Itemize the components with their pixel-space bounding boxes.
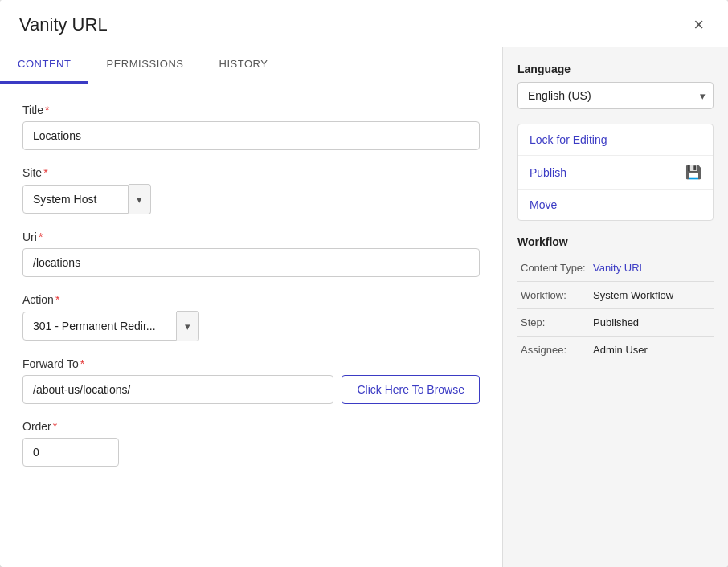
action-select-arrow[interactable]: ▾	[177, 311, 199, 341]
action-select-value: 301 - Permanent Redir...	[22, 312, 177, 341]
assignee-value: Admin User	[590, 337, 714, 364]
step-label: Step:	[517, 309, 590, 337]
forward-to-row: Click Here To Browse	[22, 375, 480, 404]
tab-permissions[interactable]: PERMISSIONS	[88, 47, 201, 84]
language-select-wrapper: English (US) ▾	[517, 82, 714, 109]
publish-button[interactable]: Publish 💾	[518, 156, 713, 190]
site-select-arrow[interactable]: ▾	[129, 184, 151, 214]
action-label: Action*	[22, 293, 480, 306]
move-button[interactable]: Move	[518, 190, 713, 220]
language-select[interactable]: English (US)	[517, 82, 714, 109]
browse-button[interactable]: Click Here To Browse	[342, 375, 480, 404]
modal: Vanity URL × CONTENT PERMISSIONS HISTORY…	[0, 0, 728, 567]
forward-to-group: Forward To* Click Here To Browse	[22, 357, 480, 404]
site-select-wrapper: System Host ▾	[22, 184, 151, 214]
title-label: Title*	[22, 104, 480, 116]
uri-group: Uri*	[22, 230, 480, 277]
action-group: Action* 301 - Permanent Redir... ▾	[22, 293, 480, 341]
title-group: Title*	[22, 104, 480, 150]
step-value: Published	[590, 309, 714, 337]
order-input[interactable]	[22, 438, 119, 467]
site-select-value: System Host	[22, 185, 129, 214]
assignee-label: Assignee:	[517, 337, 590, 364]
modal-header: Vanity URL ×	[0, 0, 728, 47]
workflow-workflow-row: Workflow: System Workflow	[517, 282, 714, 309]
action-select-wrapper: 301 - Permanent Redir... ▾	[22, 311, 199, 341]
order-label: Order*	[22, 420, 480, 433]
language-section-title: Language	[517, 63, 714, 75]
content-type-value: Vanity URL	[590, 255, 714, 282]
order-group: Order*	[22, 420, 480, 467]
modal-body: CONTENT PERMISSIONS HISTORY Title* Site*	[0, 47, 728, 567]
disk-icon: 💾	[685, 165, 701, 180]
site-group: Site* System Host ▾	[22, 166, 480, 214]
title-input[interactable]	[22, 121, 480, 150]
workflow-label: Workflow:	[517, 282, 590, 309]
right-panel: Language English (US) ▾ Lock for Editing…	[503, 47, 728, 567]
workflow-value: System Workflow	[590, 282, 714, 309]
forward-to-label: Forward To*	[22, 357, 480, 370]
uri-input[interactable]	[22, 248, 480, 277]
close-button[interactable]: ×	[689, 13, 709, 37]
workflow-step-row: Step: Published	[517, 309, 714, 337]
lock-for-editing-button[interactable]: Lock for Editing	[518, 124, 713, 156]
actions-box: Lock for Editing Publish 💾 Move	[517, 124, 714, 221]
tab-content[interactable]: CONTENT	[0, 47, 88, 84]
workflow-content-type-row: Content Type: Vanity URL	[517, 255, 714, 282]
modal-title: Vanity URL	[19, 14, 108, 35]
form-area: Title* Site* System Host ▾	[0, 84, 502, 486]
content-type-label: Content Type:	[517, 255, 590, 282]
forward-to-input[interactable]	[22, 375, 333, 404]
tab-history[interactable]: HISTORY	[202, 47, 286, 84]
workflow-assignee-row: Assignee: Admin User	[517, 337, 714, 364]
workflow-section-title: Workflow	[517, 235, 714, 248]
site-label: Site*	[22, 166, 480, 179]
language-section: Language English (US) ▾	[517, 63, 714, 109]
workflow-table: Content Type: Vanity URL Workflow: Syste…	[517, 255, 714, 363]
content-type-link[interactable]: Vanity URL	[593, 262, 645, 274]
tabs-bar: CONTENT PERMISSIONS HISTORY	[0, 47, 502, 84]
workflow-section: Workflow Content Type: Vanity URL Workfl…	[517, 235, 714, 363]
uri-label: Uri*	[22, 230, 480, 243]
left-panel: CONTENT PERMISSIONS HISTORY Title* Site*	[0, 47, 503, 567]
